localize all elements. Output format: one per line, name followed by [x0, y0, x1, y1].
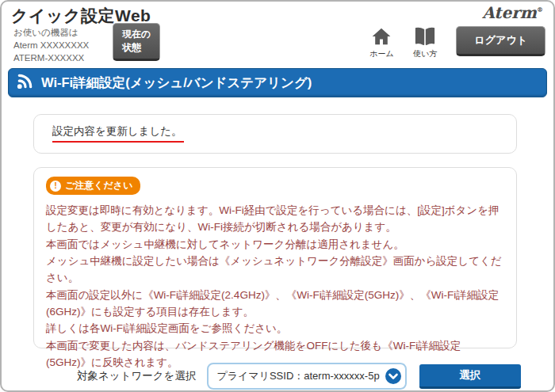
- network-select-dropdown[interactable]: プライマリSSID：aterm-xxxxxx-5p: [207, 363, 406, 390]
- nav-guide[interactable]: 使い方: [408, 26, 442, 59]
- page-title: Wi-Fi詳細設定(メッシュ/バンドステアリング): [41, 74, 312, 92]
- wifi-signal-icon: [16, 72, 34, 93]
- device-id: ATERM-XXXXXX: [13, 51, 89, 64]
- notice-line: 本画面ではメッシュ中継機に対してネットワーク分離は適用されません。: [46, 236, 504, 253]
- header: クイック設定Web お使いの機器は Aterm XXXXXXXX ATERM-X…: [2, 2, 553, 68]
- nav-home[interactable]: ホーム: [365, 26, 398, 59]
- quick-setting-web-page: クイック設定Web お使いの機器は Aterm XXXXXXXX ATERM-X…: [0, 0, 555, 392]
- header-nav: ホーム 使い方 ログアウト: [365, 26, 545, 59]
- nav-home-label: ホーム: [369, 48, 393, 59]
- chevron-down-circle-icon: [385, 368, 401, 384]
- current-status-line1: 現在の: [122, 28, 151, 41]
- exclamation-circle-icon: !: [50, 181, 61, 192]
- notice-badge-label: ご注意ください: [65, 179, 132, 192]
- open-book-icon: [414, 26, 436, 47]
- current-status-button[interactable]: 現在の 状態: [113, 23, 160, 61]
- current-status-line2: 状態: [122, 41, 151, 55]
- device-info-label: お使いの機器は: [13, 26, 89, 39]
- network-select-label: 対象ネットワークを選択: [77, 369, 196, 383]
- update-message: 設定内容を更新しました。: [52, 124, 184, 143]
- notice-line: 本画面の設定以外に《Wi-Fi詳細設定(2.4GHz)》、《Wi-Fi詳細設定(…: [46, 287, 504, 321]
- network-select-value: プライマリSSID：aterm-xxxxxx-5p: [216, 369, 379, 383]
- update-message-box: 設定内容を更新しました。: [33, 114, 517, 154]
- notice-line: メッシュ中継機に設定したい場合は《メッシュネットワーク分離設定》画面から設定して…: [46, 253, 504, 287]
- aterm-logo: Aterm®: [482, 3, 543, 22]
- notice-line: 詳しくは各Wi-Fi詳細設定画面をご参照ください。: [46, 320, 504, 337]
- home-icon: [371, 26, 392, 47]
- device-name: Aterm XXXXXXXX: [13, 39, 89, 51]
- page-title-bar: Wi-Fi詳細設定(メッシュ/バンドステアリング): [8, 68, 547, 97]
- aterm-logo-text: Aterm: [482, 3, 537, 22]
- select-submit-button[interactable]: 選択: [419, 364, 521, 389]
- nav-guide-label: 使い方: [413, 48, 437, 59]
- device-info: お使いの機器は Aterm XXXXXXXX ATERM-XXXXXX: [13, 26, 89, 64]
- notice-text: 設定変更は即時に有効となります。Wi-Fi経由で設定を行っている場合には、[設定…: [46, 202, 504, 371]
- notice-box: ! ご注意ください 設定変更は即時に有効となります。Wi-Fi経由で設定を行って…: [33, 167, 517, 348]
- notice-badge: ! ご注意ください: [46, 177, 140, 195]
- registered-mark: ®: [537, 6, 543, 13]
- notice-line: 設定変更は即時に有効となります。Wi-Fi経由で設定を行っている場合には、[設定…: [46, 202, 504, 236]
- logout-button[interactable]: ログアウト: [456, 26, 545, 56]
